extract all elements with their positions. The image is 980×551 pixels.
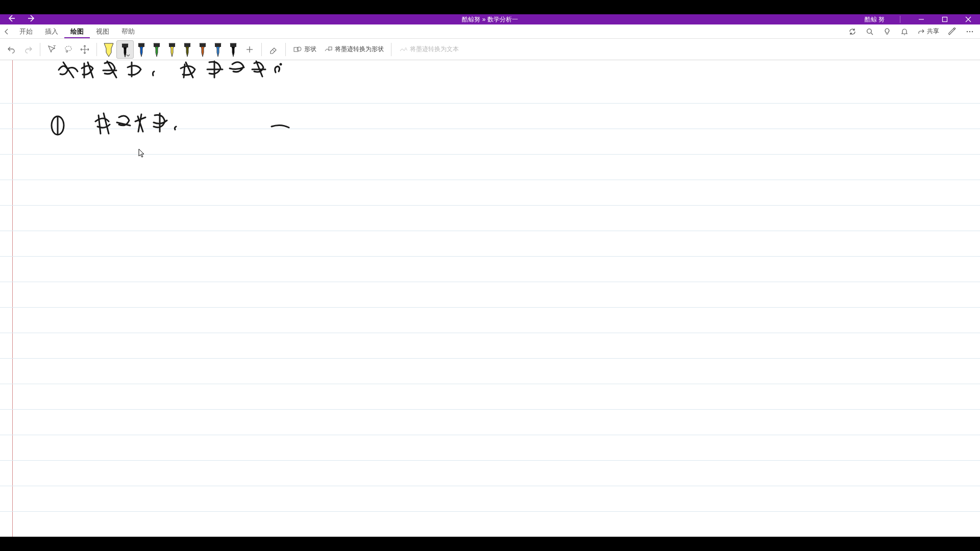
- ruled-line: [0, 205, 980, 206]
- pen-4[interactable]: [164, 40, 180, 59]
- add-pen-button[interactable]: [242, 41, 257, 58]
- svg-text:A: A: [404, 46, 407, 52]
- handwriting-line-1: [56, 60, 342, 88]
- ruled-line: [0, 282, 980, 282]
- svg-point-29: [280, 64, 281, 65]
- svg-rect-27: [329, 47, 332, 50]
- svg-rect-16: [154, 43, 160, 47]
- svg-point-26: [297, 47, 301, 51]
- svg-line-5: [871, 33, 873, 35]
- more-icon[interactable]: [966, 28, 974, 36]
- ruled-line: [0, 333, 980, 333]
- lightbulb-icon[interactable]: [883, 28, 891, 36]
- svg-point-13: [66, 51, 68, 52]
- ruled-line: [0, 358, 980, 359]
- svg-line-24: [273, 49, 275, 52]
- ruled-line: [0, 154, 980, 155]
- nav-back-button[interactable]: [7, 14, 15, 24]
- ruled-line: [0, 256, 980, 257]
- svg-text:T: T: [53, 44, 56, 49]
- separator: [900, 16, 900, 23]
- ruled-line: [0, 231, 980, 231]
- ruled-line: [0, 409, 980, 410]
- ruled-line: [0, 103, 980, 104]
- separator: [40, 43, 40, 56]
- pen-6[interactable]: [195, 40, 210, 59]
- separator: [96, 43, 97, 56]
- account-name[interactable]: 酷鲸 努: [865, 15, 885, 24]
- separator: [285, 43, 286, 56]
- handwriting-bullet: [48, 113, 69, 139]
- undo-button[interactable]: [4, 41, 19, 58]
- text-select-button[interactable]: T: [44, 41, 60, 58]
- svg-rect-19: [200, 43, 206, 47]
- pen-7[interactable]: [210, 40, 226, 59]
- tab-开始[interactable]: 开始: [13, 25, 39, 38]
- svg-point-8: [967, 31, 968, 32]
- lasso-select-button[interactable]: [61, 41, 76, 58]
- svg-rect-15: [138, 43, 144, 47]
- cursor-icon: [138, 148, 145, 158]
- maximize-button[interactable]: [933, 14, 957, 24]
- pen-0[interactable]: [101, 40, 116, 59]
- tab-帮助[interactable]: 帮助: [115, 25, 141, 38]
- eraser-button[interactable]: [266, 41, 281, 58]
- ruled-line: [0, 511, 980, 512]
- pen-3[interactable]: [149, 40, 164, 59]
- sync-icon[interactable]: [848, 28, 856, 36]
- svg-point-4: [867, 29, 872, 33]
- svg-rect-1: [943, 17, 947, 22]
- handwriting-line-2: [94, 111, 227, 142]
- separator: [261, 43, 262, 56]
- svg-rect-18: [184, 43, 190, 47]
- pen-2[interactable]: [134, 40, 149, 59]
- tab-插入[interactable]: 插入: [39, 25, 64, 38]
- titlebar: 酷鲸努 » 数学分析一 酷鲸 努: [0, 14, 980, 24]
- margin-line: [12, 60, 13, 537]
- search-icon[interactable]: [866, 28, 874, 36]
- svg-point-12: [65, 46, 71, 51]
- draw-toolbar: T: [0, 39, 980, 60]
- ruled-line: [0, 435, 980, 435]
- svg-rect-20: [215, 43, 221, 47]
- window-title: 酷鲸努 » 数学分析一: [462, 15, 518, 24]
- svg-point-10: [972, 31, 973, 32]
- redo-button[interactable]: [20, 41, 36, 58]
- tab-绘图[interactable]: 绘图: [64, 25, 90, 38]
- page-back-button[interactable]: [0, 24, 13, 38]
- share-button[interactable]: 共享: [918, 27, 939, 36]
- pen-1[interactable]: [116, 40, 134, 59]
- shapes-button[interactable]: 形状: [290, 42, 320, 57]
- nav-forward-button[interactable]: [28, 14, 36, 24]
- close-button[interactable]: [957, 14, 980, 24]
- ruled-line: [0, 486, 980, 486]
- ink-to-text-button: A 将墨迹转换为文本: [396, 42, 462, 57]
- svg-rect-21: [230, 43, 236, 47]
- ribbon-tabs: 开始插入绘图视图帮助 共享: [0, 24, 980, 39]
- ruled-line: [0, 180, 980, 180]
- pen-5[interactable]: [180, 40, 195, 59]
- tab-视图[interactable]: 视图: [90, 25, 115, 38]
- notification-icon[interactable]: [900, 28, 909, 36]
- ruled-line: [0, 460, 980, 461]
- svg-rect-17: [169, 43, 175, 47]
- note-canvas[interactable]: [0, 60, 980, 537]
- separator: [391, 43, 391, 56]
- pan-button[interactable]: [77, 41, 92, 58]
- ink-to-shape-button[interactable]: 将墨迹转换为形状: [321, 42, 387, 57]
- pen-8[interactable]: [226, 40, 241, 59]
- minimize-button[interactable]: [910, 14, 933, 24]
- svg-rect-14: [122, 44, 128, 47]
- ruled-line: [0, 307, 980, 308]
- ruled-line: [0, 384, 980, 384]
- pen-mode-icon[interactable]: [948, 28, 957, 36]
- handwriting-dash: [271, 123, 291, 130]
- svg-point-9: [969, 31, 970, 32]
